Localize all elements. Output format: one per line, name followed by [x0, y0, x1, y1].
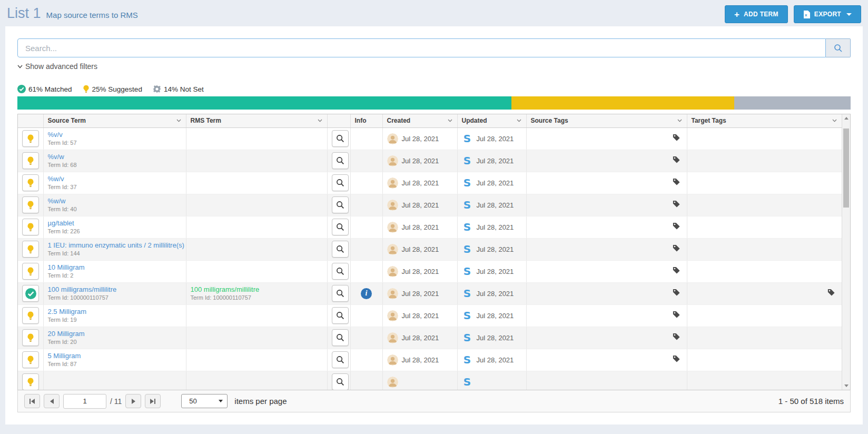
- source-tag-icon[interactable]: [673, 244, 680, 252]
- info-icon[interactable]: i: [361, 288, 372, 299]
- search-button[interactable]: [826, 38, 851, 57]
- search-rms-button[interactable]: [332, 351, 349, 368]
- source-tag-icon[interactable]: [673, 311, 680, 318]
- system-logo-icon: S: [462, 177, 473, 189]
- next-page-button[interactable]: [125, 394, 141, 408]
- column-header-source-term[interactable]: Source Term: [43, 114, 186, 127]
- search-rms-button[interactable]: [332, 241, 349, 258]
- search-rms-button[interactable]: [332, 263, 349, 280]
- status-button[interactable]: [22, 241, 39, 258]
- status-button[interactable]: [22, 152, 39, 169]
- user-avatar-icon: [387, 244, 398, 255]
- scroll-down-button[interactable]: [842, 382, 850, 390]
- created-date: Jul 28, 2021: [402, 356, 439, 364]
- magnifier-icon: [336, 179, 344, 187]
- source-tag-icon[interactable]: [673, 200, 680, 208]
- bar-icon: [29, 399, 31, 404]
- page-number-input[interactable]: [63, 394, 106, 409]
- status-button[interactable]: [22, 130, 39, 147]
- chevron-down-icon: [17, 65, 23, 68]
- source-term-link[interactable]: 20 Milligram: [48, 330, 182, 338]
- source-term-link[interactable]: 100 milligrams/millilitre: [48, 285, 182, 294]
- status-button[interactable]: [22, 285, 39, 302]
- search-rms-button[interactable]: [332, 152, 349, 169]
- table-row: 20 Milligram Term Id: 20: [18, 327, 842, 349]
- triangle-left-icon: [31, 399, 35, 404]
- search-bar: [17, 38, 851, 57]
- source-term-link[interactable]: 10 Milligram: [48, 263, 182, 272]
- status-button[interactable]: [22, 329, 39, 346]
- source-tag-icon[interactable]: [673, 355, 680, 362]
- column-header-source-tags[interactable]: Source Tags: [526, 114, 687, 127]
- grid-header-row: Source Term RMS Term Info Created: [18, 114, 842, 127]
- add-term-label: ADD TERM: [744, 11, 778, 18]
- column-header-target-tags[interactable]: Target Tags: [687, 114, 842, 127]
- status-button[interactable]: [22, 263, 39, 280]
- status-button[interactable]: [22, 219, 39, 235]
- items-range-label: 1 - 50 of 518 items: [778, 397, 844, 406]
- source-term-link[interactable]: %w/v: [48, 175, 182, 183]
- source-term-link[interactable]: %v/v: [48, 131, 182, 139]
- search-input[interactable]: [17, 38, 826, 57]
- search-rms-button[interactable]: [332, 329, 349, 346]
- status-button[interactable]: [22, 196, 39, 213]
- status-button[interactable]: [22, 373, 39, 390]
- system-logo-icon: S: [462, 310, 473, 321]
- chevron-down-icon[interactable]: [318, 119, 322, 122]
- scrollbar-thumb[interactable]: [843, 129, 849, 208]
- source-tag-icon[interactable]: [673, 156, 680, 163]
- chevron-down-icon[interactable]: [517, 119, 521, 122]
- source-term-id: Term Id: 2: [48, 272, 182, 279]
- search-rms-button[interactable]: [332, 219, 349, 235]
- source-tag-icon[interactable]: [673, 267, 680, 274]
- gear-icon: [153, 85, 161, 93]
- vertical-scrollbar[interactable]: [842, 114, 850, 390]
- status-button[interactable]: [22, 351, 39, 368]
- suggested-bulb-icon: [27, 378, 34, 387]
- toolbar: + ADD TERM x EXPORT: [725, 5, 861, 23]
- list-title: List 1: [7, 5, 41, 22]
- search-rms-button[interactable]: [332, 174, 349, 191]
- source-tag-icon[interactable]: [673, 289, 680, 296]
- page-size-select[interactable]: 50: [181, 394, 228, 408]
- first-page-button[interactable]: [24, 394, 40, 408]
- legend-matched-label: 61% Matched: [28, 85, 72, 93]
- rms-term-link[interactable]: 100 milligrams/millilitre: [191, 285, 323, 294]
- status-button[interactable]: [22, 307, 39, 324]
- chevron-down-icon[interactable]: [677, 119, 682, 122]
- column-header-updated[interactable]: Updated: [457, 114, 526, 127]
- search-rms-button[interactable]: [332, 285, 349, 302]
- previous-page-button[interactable]: [44, 394, 60, 408]
- target-tag-icon[interactable]: [827, 289, 835, 296]
- created-date: Jul 28, 2021: [402, 135, 439, 143]
- source-tag-icon[interactable]: [673, 178, 680, 185]
- updated-date: Jul 28, 2021: [477, 356, 514, 364]
- source-term-link[interactable]: 5 Milligram: [48, 352, 182, 360]
- chevron-down-icon[interactable]: [176, 119, 181, 122]
- show-advanced-filters-toggle[interactable]: Show advanced filters: [17, 62, 97, 71]
- source-tag-icon[interactable]: [673, 134, 680, 141]
- search-rms-button[interactable]: [332, 130, 349, 147]
- chevron-down-icon[interactable]: [832, 119, 837, 122]
- rms-term-id: Term Id: 100000110757: [191, 294, 323, 301]
- add-term-button[interactable]: + ADD TERM: [725, 5, 788, 23]
- column-header-rms-term[interactable]: RMS Term: [186, 114, 327, 127]
- search-rms-button[interactable]: [332, 307, 349, 324]
- search-rms-button[interactable]: [332, 196, 349, 213]
- status-button[interactable]: [22, 174, 39, 191]
- last-page-button[interactable]: [145, 394, 161, 408]
- chevron-down-icon[interactable]: [448, 119, 452, 122]
- column-header-created[interactable]: Created: [382, 114, 457, 127]
- search-rms-button[interactable]: [332, 373, 349, 390]
- export-button[interactable]: x EXPORT: [794, 5, 861, 23]
- source-term-link[interactable]: 1 IEU: immuno enzymatic units / 2 millil…: [48, 241, 182, 250]
- scroll-up-button[interactable]: [842, 114, 850, 122]
- source-term-link[interactable]: %v/w: [48, 153, 182, 161]
- source-term-id: Term Id: 226: [48, 228, 182, 235]
- source-tag-icon[interactable]: [673, 333, 680, 340]
- source-term-id: Term Id: 100000110757: [48, 294, 182, 301]
- source-tag-icon[interactable]: [673, 222, 680, 230]
- source-term-link[interactable]: µg/tablet: [48, 219, 182, 228]
- source-term-link[interactable]: 2.5 Milligram: [48, 308, 182, 316]
- source-term-link[interactable]: %w/w: [48, 197, 182, 205]
